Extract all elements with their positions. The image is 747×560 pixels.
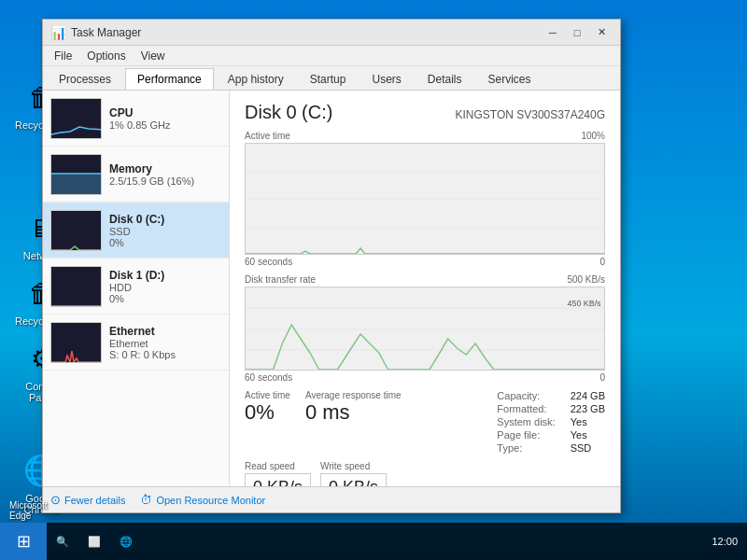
tab-startup[interactable]: Startup: [298, 68, 359, 90]
fewer-details-label: Fewer details: [64, 495, 125, 506]
disk1-sublabel: HDD: [109, 282, 221, 293]
svg-rect-5: [246, 287, 604, 371]
read-speed-box: 0 KB/s: [245, 473, 311, 486]
tab-bar: Processes Performance App history Startu…: [43, 66, 620, 91]
task-manager-window: 📊 Task Manager ─ □ ✕ File Options View P…: [42, 19, 621, 513]
main-content: Disk 0 (C:) KINGSTON SV300S37A240G Activ…: [230, 91, 620, 486]
response-time-stat-value: 0 ms: [305, 400, 402, 425]
title-bar-icon: 📊: [50, 25, 65, 40]
active-time-seconds: 60 seconds: [245, 257, 292, 267]
taskbar-time: 12:00: [712, 536, 738, 547]
ethernet-value: S: 0 R: 0 Kbps: [109, 349, 221, 360]
menu-options[interactable]: Options: [79, 48, 133, 64]
disk0-mini-graph: [50, 210, 102, 251]
desktop: 🗑 Recycle Bin 🖥 Network 🗑 Recycle Bin ⚙ …: [0, 0, 747, 560]
resource-monitor-icon: ⏱: [140, 493, 152, 507]
write-speed-group: Write speed 0 KB/s: [320, 461, 387, 486]
active-time-chart-section: Active time 100%: [245, 131, 605, 267]
tab-processes[interactable]: Processes: [47, 68, 123, 90]
svg-rect-0: [51, 174, 102, 195]
disk1-info: Disk 1 (D:) HDD 0%: [109, 269, 221, 304]
response-time-stat-label: Average response time: [305, 390, 402, 400]
taskbar-right: 12:00: [712, 536, 747, 547]
capacity-val: 224 GB: [571, 390, 605, 401]
taskbar-search[interactable]: 🔍: [47, 523, 78, 560]
ethernet-sublabel: Ethernet: [109, 338, 221, 349]
sidebar: CPU 1% 0.85 GHz Memory 2.5/15.9 GB (: [43, 91, 230, 486]
sidebar-item-ethernet[interactable]: Ethernet Ethernet S: 0 R: 0 Kbps: [43, 315, 229, 371]
disk-model: KINGSTON SV300S37A240G: [455, 108, 605, 121]
stats-left: Active time 0% Average response time 0 m…: [245, 390, 402, 454]
transfer-label: Disk transfer rate: [245, 274, 316, 285]
tab-users[interactable]: Users: [359, 68, 413, 90]
search-icon: 🔍: [56, 536, 69, 548]
type-key: Type:: [497, 442, 555, 454]
fewer-details-link[interactable]: ⊙ Fewer details: [50, 493, 125, 507]
active-time-max: 100%: [581, 131, 605, 141]
stats-section: Active time 0% Average response time 0 m…: [245, 390, 605, 454]
sidebar-item-cpu[interactable]: CPU 1% 0.85 GHz: [43, 91, 229, 147]
sidebar-item-disk1[interactable]: Disk 1 (D:) HDD 0%: [43, 259, 229, 315]
active-time-label-row: Active time 100%: [245, 131, 605, 141]
close-button[interactable]: ✕: [590, 23, 613, 42]
taskbar-edge-icon[interactable]: 🌐: [110, 523, 142, 560]
menu-file[interactable]: File: [47, 48, 79, 64]
active-time-stat: Active time 0%: [245, 390, 290, 454]
formatted-val: 223 GB: [571, 403, 605, 414]
speed-boxes: Read speed 0 KB/s Write speed 0 KB/s: [245, 461, 605, 486]
disk-header: Disk 0 (C:) KINGSTON SV300S37A240G: [245, 102, 605, 123]
transfer-min: 0: [599, 372, 605, 383]
transfer-max: 500 KB/s: [567, 274, 605, 285]
transfer-chart-section: Disk transfer rate 500 KB/s 450 KB/s: [245, 274, 605, 383]
active-time-chart: [245, 143, 605, 255]
window-footer: ⊙ Fewer details ⏱ Open Resource Monitor: [43, 486, 620, 512]
type-val: SSD: [571, 442, 605, 454]
sidebar-item-disk0[interactable]: Disk 0 (C:) SSD 0%: [43, 203, 229, 259]
disk1-mini-graph: [50, 266, 102, 307]
tab-details[interactable]: Details: [416, 68, 474, 90]
ethernet-mini-graph: [50, 322, 102, 363]
read-speed-group: Read speed 0 KB/s: [245, 461, 311, 486]
write-speed-value: 0 KB/s: [329, 478, 378, 486]
maximize-button[interactable]: □: [566, 23, 588, 42]
taskbar-task-view[interactable]: ⬜: [78, 523, 110, 560]
response-time-stat: Average response time 0 ms: [305, 390, 402, 454]
disk-info-grid: Capacity: 224 GB Formatted: 223 GB Syste…: [497, 390, 605, 454]
transfer-label-row: Disk transfer rate 500 KB/s: [245, 274, 605, 285]
memory-label: Memory: [109, 162, 221, 175]
title-bar-text: Task Manager: [71, 26, 542, 39]
read-speed-value: 0 KB/s: [253, 478, 303, 486]
disk1-label: Disk 1 (D:): [109, 269, 221, 282]
page-file-key: Page file:: [497, 429, 555, 441]
disk0-value: 0%: [109, 237, 221, 248]
start-button[interactable]: ⊞: [0, 523, 47, 560]
disk0-sublabel: SSD: [109, 226, 221, 237]
disk0-label: Disk 0 (C:): [109, 213, 221, 226]
tab-app-history[interactable]: App history: [216, 68, 296, 90]
sidebar-item-memory[interactable]: Memory 2.5/15.9 GB (16%): [43, 147, 229, 203]
minimize-button[interactable]: ─: [542, 23, 564, 42]
formatted-key: Formatted:: [497, 403, 555, 414]
active-time-min: 0: [599, 257, 605, 267]
disk-title: Disk 0 (C:): [245, 102, 332, 123]
system-disk-val: Yes: [571, 416, 605, 427]
memory-value: 2.5/15.9 GB (16%): [109, 175, 221, 187]
write-speed-box: 0 KB/s: [320, 473, 387, 486]
fewer-details-icon: ⊙: [50, 493, 61, 507]
tab-performance[interactable]: Performance: [125, 68, 214, 90]
transfer-bottom-row: 60 seconds 0: [245, 372, 605, 383]
capacity-key: Capacity:: [497, 390, 555, 401]
menu-bar: File Options View: [43, 46, 620, 66]
open-resource-monitor-label: Open Resource Monitor: [156, 495, 265, 506]
tab-services[interactable]: Services: [476, 68, 543, 90]
taskbar: ⊞ 🔍 ⬜ 🌐 12:00: [0, 523, 747, 560]
system-disk-key: System disk:: [497, 416, 555, 427]
menu-view[interactable]: View: [134, 48, 173, 64]
window-body: CPU 1% 0.85 GHz Memory 2.5/15.9 GB (: [43, 91, 620, 486]
open-resource-monitor-link[interactable]: ⏱ Open Resource Monitor: [140, 493, 265, 507]
cpu-mini-graph: [50, 98, 102, 139]
start-icon: ⊞: [17, 531, 31, 552]
write-speed-label: Write speed: [320, 461, 387, 471]
read-speed-label: Read speed: [245, 461, 311, 471]
edge-icon: 🌐: [120, 536, 133, 548]
